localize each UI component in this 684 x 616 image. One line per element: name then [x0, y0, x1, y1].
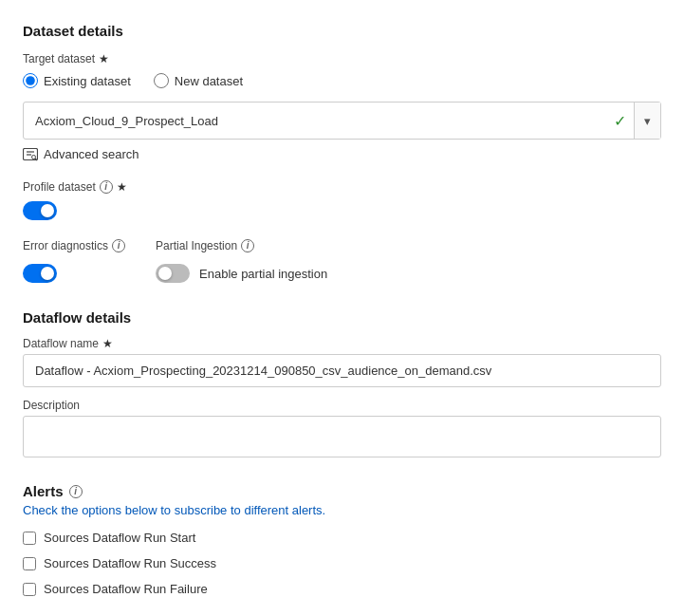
run-failure-checkbox[interactable] — [23, 583, 36, 596]
dataset-details-title: Dataset details — [23, 23, 661, 39]
run-failure-label: Sources Dataflow Run Failure — [44, 582, 208, 596]
dataset-type-radio-group: Existing dataset New dataset — [23, 73, 661, 88]
error-diagnostics-toggle[interactable] — [23, 264, 57, 283]
run-start-label: Sources Dataflow Run Start — [44, 531, 195, 545]
checkbox-run-start: Sources Dataflow Run Start — [23, 531, 661, 545]
svg-point-3 — [32, 155, 36, 159]
existing-dataset-option[interactable]: Existing dataset — [23, 73, 131, 88]
error-diagnostics-toggle-wrapper — [23, 264, 125, 283]
error-toggle-slider — [23, 264, 57, 283]
partial-ingestion-toggle-row: Enable partial ingestion — [156, 264, 327, 283]
run-success-checkbox[interactable] — [23, 557, 36, 570]
alerts-title-row: Alerts i — [23, 483, 661, 499]
partial-toggle-slider — [156, 264, 190, 283]
profile-dataset-toggle-wrapper — [23, 201, 661, 220]
alerts-subtitle: Check the options below to subscribe to … — [23, 503, 661, 517]
run-start-checkbox[interactable] — [23, 532, 36, 545]
target-dataset-label: Target dataset ★ — [23, 52, 661, 65]
run-success-label: Sources Dataflow Run Success — [44, 556, 216, 570]
advanced-search-icon — [23, 148, 38, 161]
dataset-valid-icon: ✓ — [606, 112, 634, 130]
partial-ingestion-info-icon[interactable]: i — [241, 239, 254, 252]
enable-partial-label: Enable partial ingestion — [199, 267, 327, 281]
dataset-select-input[interactable] — [24, 105, 606, 137]
error-diagnostics-col: Error diagnostics i — [23, 239, 125, 283]
dataflow-details-title: Dataflow details — [23, 309, 661, 326]
partial-ingestion-col: Partial Ingestion i Enable partial inges… — [156, 239, 327, 283]
error-diagnostics-label: Error diagnostics — [23, 239, 108, 252]
dataset-dropdown-button[interactable]: ▾ — [634, 103, 660, 139]
existing-dataset-radio[interactable] — [23, 73, 38, 88]
new-dataset-radio[interactable] — [154, 73, 169, 88]
new-dataset-option[interactable]: New dataset — [154, 73, 243, 88]
profile-dataset-toggle[interactable] — [23, 201, 57, 220]
alerts-title: Alerts — [23, 483, 64, 499]
description-label: Description — [23, 399, 80, 412]
dataset-select-wrapper: ✓ ▾ — [23, 102, 661, 140]
dataflow-name-label: Dataflow name — [23, 337, 99, 350]
error-partial-row: Error diagnostics i Partial Ingestion i — [23, 239, 661, 283]
profile-dataset-info-icon[interactable]: i — [100, 180, 113, 194]
required-star: ★ — [99, 52, 109, 65]
profile-dataset-section: Profile dataset i ★ — [23, 180, 661, 220]
partial-ingestion-toggle[interactable] — [156, 264, 190, 283]
description-input[interactable] — [23, 416, 661, 457]
advanced-search-link[interactable]: Advanced search — [23, 147, 661, 161]
profile-dataset-label: Profile dataset — [23, 180, 96, 194]
partial-ingestion-label: Partial Ingestion — [156, 239, 237, 252]
alerts-info-icon[interactable]: i — [69, 485, 83, 498]
dataflow-name-input[interactable] — [23, 354, 661, 387]
profile-required-star: ★ — [117, 180, 127, 194]
alerts-section: Alerts i Check the options below to subs… — [23, 483, 661, 596]
checkbox-run-failure: Sources Dataflow Run Failure — [23, 582, 661, 596]
error-diagnostics-info-icon[interactable]: i — [112, 239, 125, 252]
checkbox-run-success: Sources Dataflow Run Success — [23, 556, 661, 570]
chevron-down-icon: ▾ — [644, 114, 651, 128]
dataflow-name-required-star: ★ — [102, 337, 113, 350]
profile-toggle-slider — [23, 201, 57, 220]
dataflow-details-section: Dataflow details Dataflow name ★ Descrip… — [23, 309, 661, 460]
